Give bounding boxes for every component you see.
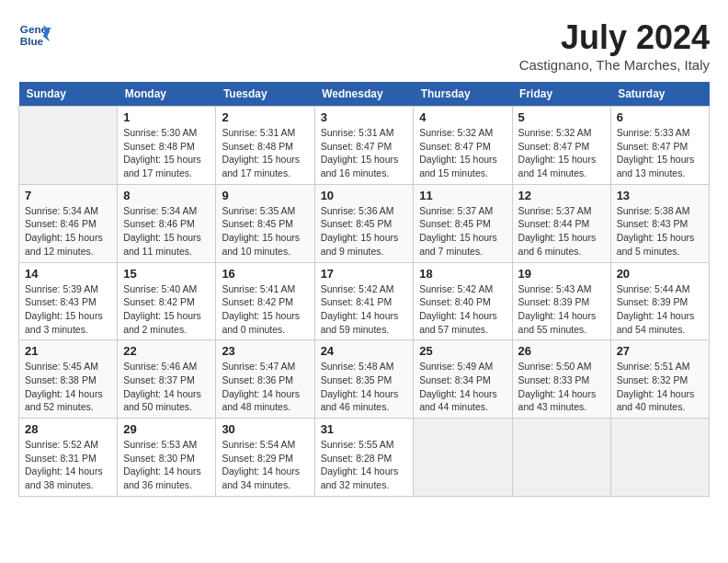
day-info: Sunrise: 5:35 AMSunset: 8:45 PMDaylight:… <box>222 204 308 259</box>
day-number: 3 <box>321 110 408 124</box>
day-info: Sunrise: 5:55 AMSunset: 8:28 PMDaylight:… <box>321 438 408 492</box>
calendar-cell: 5Sunrise: 5:32 AMSunset: 8:47 PMDaylight… <box>512 107 610 185</box>
day-number: 29 <box>123 422 210 436</box>
col-header-sunday: Sunday <box>19 82 118 107</box>
day-info: Sunrise: 5:31 AMSunset: 8:48 PMDaylight:… <box>222 126 308 180</box>
calendar-cell: 13Sunrise: 5:38 AMSunset: 8:43 PMDayligh… <box>610 184 709 262</box>
calendar-cell <box>414 419 512 497</box>
calendar-cell: 14Sunrise: 5:39 AMSunset: 8:43 PMDayligh… <box>19 262 118 340</box>
col-header-tuesday: Tuesday <box>216 82 314 107</box>
day-number: 5 <box>518 110 605 124</box>
day-number: 2 <box>222 110 308 124</box>
calendar-cell <box>512 419 610 497</box>
day-info: Sunrise: 5:48 AMSunset: 8:35 PMDaylight:… <box>321 360 408 414</box>
calendar-cell: 31Sunrise: 5:55 AMSunset: 8:28 PMDayligh… <box>314 419 414 497</box>
day-info: Sunrise: 5:52 AMSunset: 8:31 PMDaylight:… <box>25 438 111 492</box>
day-number: 16 <box>222 267 308 281</box>
day-info: Sunrise: 5:43 AMSunset: 8:39 PMDaylight:… <box>518 282 605 337</box>
day-info: Sunrise: 5:34 AMSunset: 8:46 PMDaylight:… <box>25 204 111 259</box>
calendar-table: SundayMondayTuesdayWednesdayThursdayFrid… <box>18 82 710 497</box>
col-header-wednesday: Wednesday <box>314 82 414 107</box>
day-number: 30 <box>222 422 308 436</box>
calendar-cell: 17Sunrise: 5:42 AMSunset: 8:41 PMDayligh… <box>314 262 414 340</box>
day-info: Sunrise: 5:51 AMSunset: 8:32 PMDaylight:… <box>617 360 703 414</box>
calendar-cell: 10Sunrise: 5:36 AMSunset: 8:45 PMDayligh… <box>314 184 414 262</box>
calendar-cell: 15Sunrise: 5:40 AMSunset: 8:42 PMDayligh… <box>118 262 216 340</box>
logo: General Blue <box>18 18 51 52</box>
day-info: Sunrise: 5:37 AMSunset: 8:45 PMDaylight:… <box>419 204 506 259</box>
calendar-cell: 20Sunrise: 5:44 AMSunset: 8:39 PMDayligh… <box>610 262 709 340</box>
day-number: 14 <box>25 267 111 281</box>
day-info: Sunrise: 5:46 AMSunset: 8:37 PMDaylight:… <box>123 360 210 414</box>
calendar-cell <box>610 419 709 497</box>
calendar-cell: 12Sunrise: 5:37 AMSunset: 8:44 PMDayligh… <box>512 184 610 262</box>
day-number: 28 <box>25 422 111 436</box>
day-number: 19 <box>518 267 605 281</box>
calendar-cell: 1Sunrise: 5:30 AMSunset: 8:48 PMDaylight… <box>118 107 216 185</box>
day-info: Sunrise: 5:40 AMSunset: 8:42 PMDaylight:… <box>123 282 210 337</box>
month-title: July 2024 <box>519 18 710 57</box>
col-header-saturday: Saturday <box>610 82 709 107</box>
calendar-cell: 11Sunrise: 5:37 AMSunset: 8:45 PMDayligh… <box>414 184 512 262</box>
calendar-cell: 23Sunrise: 5:47 AMSunset: 8:36 PMDayligh… <box>216 340 314 419</box>
calendar-cell: 24Sunrise: 5:48 AMSunset: 8:35 PMDayligh… <box>314 340 414 419</box>
calendar-header-row: SundayMondayTuesdayWednesdayThursdayFrid… <box>19 82 710 107</box>
week-row-5: 28Sunrise: 5:52 AMSunset: 8:31 PMDayligh… <box>19 419 710 497</box>
calendar-cell: 18Sunrise: 5:42 AMSunset: 8:40 PMDayligh… <box>414 262 512 340</box>
day-number: 9 <box>222 189 308 202</box>
day-info: Sunrise: 5:50 AMSunset: 8:33 PMDaylight:… <box>518 360 605 414</box>
day-number: 10 <box>321 189 408 202</box>
day-info: Sunrise: 5:33 AMSunset: 8:47 PMDaylight:… <box>617 126 703 180</box>
day-info: Sunrise: 5:38 AMSunset: 8:43 PMDaylight:… <box>617 204 703 259</box>
col-header-thursday: Thursday <box>414 82 512 107</box>
day-number: 17 <box>321 267 408 281</box>
day-number: 13 <box>617 189 703 202</box>
location-title: Castignano, The Marches, Italy <box>519 57 710 73</box>
day-info: Sunrise: 5:34 AMSunset: 8:46 PMDaylight:… <box>123 204 210 259</box>
day-info: Sunrise: 5:30 AMSunset: 8:48 PMDaylight:… <box>123 126 210 180</box>
day-number: 18 <box>419 267 506 281</box>
calendar-cell: 21Sunrise: 5:45 AMSunset: 8:38 PMDayligh… <box>19 340 118 419</box>
day-number: 15 <box>123 267 210 281</box>
day-number: 8 <box>123 189 210 202</box>
day-number: 25 <box>419 344 506 358</box>
week-row-3: 14Sunrise: 5:39 AMSunset: 8:43 PMDayligh… <box>19 262 710 340</box>
calendar-cell: 16Sunrise: 5:41 AMSunset: 8:42 PMDayligh… <box>216 262 314 340</box>
calendar-cell: 6Sunrise: 5:33 AMSunset: 8:47 PMDaylight… <box>610 107 709 185</box>
calendar-cell: 22Sunrise: 5:46 AMSunset: 8:37 PMDayligh… <box>118 340 216 419</box>
week-row-4: 21Sunrise: 5:45 AMSunset: 8:38 PMDayligh… <box>19 340 710 419</box>
day-number: 21 <box>25 344 111 358</box>
col-header-friday: Friday <box>512 82 610 107</box>
day-info: Sunrise: 5:47 AMSunset: 8:36 PMDaylight:… <box>222 360 308 414</box>
day-number: 1 <box>123 110 210 124</box>
day-number: 24 <box>321 344 408 358</box>
day-info: Sunrise: 5:54 AMSunset: 8:29 PMDaylight:… <box>222 438 308 492</box>
day-info: Sunrise: 5:32 AMSunset: 8:47 PMDaylight:… <box>518 126 605 180</box>
day-number: 26 <box>518 344 605 358</box>
calendar-cell: 19Sunrise: 5:43 AMSunset: 8:39 PMDayligh… <box>512 262 610 340</box>
calendar-cell: 27Sunrise: 5:51 AMSunset: 8:32 PMDayligh… <box>610 340 709 419</box>
calendar-cell <box>19 107 118 185</box>
calendar-cell: 25Sunrise: 5:49 AMSunset: 8:34 PMDayligh… <box>414 340 512 419</box>
day-info: Sunrise: 5:39 AMSunset: 8:43 PMDaylight:… <box>25 282 111 337</box>
calendar-cell: 2Sunrise: 5:31 AMSunset: 8:48 PMDaylight… <box>216 107 314 185</box>
day-info: Sunrise: 5:42 AMSunset: 8:40 PMDaylight:… <box>419 282 506 337</box>
calendar-body: 1Sunrise: 5:30 AMSunset: 8:48 PMDaylight… <box>19 107 710 497</box>
calendar-cell: 8Sunrise: 5:34 AMSunset: 8:46 PMDaylight… <box>118 184 216 262</box>
calendar-cell: 3Sunrise: 5:31 AMSunset: 8:47 PMDaylight… <box>314 107 414 185</box>
title-area: July 2024 Castignano, The Marches, Italy <box>519 18 710 73</box>
day-number: 23 <box>222 344 308 358</box>
day-info: Sunrise: 5:31 AMSunset: 8:47 PMDaylight:… <box>321 126 408 180</box>
calendar-cell: 4Sunrise: 5:32 AMSunset: 8:47 PMDaylight… <box>414 107 512 185</box>
logo-icon: General Blue <box>18 18 51 52</box>
calendar-cell: 30Sunrise: 5:54 AMSunset: 8:29 PMDayligh… <box>216 419 314 497</box>
day-number: 22 <box>123 344 210 358</box>
day-number: 31 <box>321 422 408 436</box>
calendar-cell: 7Sunrise: 5:34 AMSunset: 8:46 PMDaylight… <box>19 184 118 262</box>
week-row-2: 7Sunrise: 5:34 AMSunset: 8:46 PMDaylight… <box>19 184 710 262</box>
day-info: Sunrise: 5:49 AMSunset: 8:34 PMDaylight:… <box>419 360 506 414</box>
day-number: 11 <box>419 189 506 202</box>
calendar-cell: 9Sunrise: 5:35 AMSunset: 8:45 PMDaylight… <box>216 184 314 262</box>
day-info: Sunrise: 5:45 AMSunset: 8:38 PMDaylight:… <box>25 360 111 414</box>
week-row-1: 1Sunrise: 5:30 AMSunset: 8:48 PMDaylight… <box>19 107 710 185</box>
